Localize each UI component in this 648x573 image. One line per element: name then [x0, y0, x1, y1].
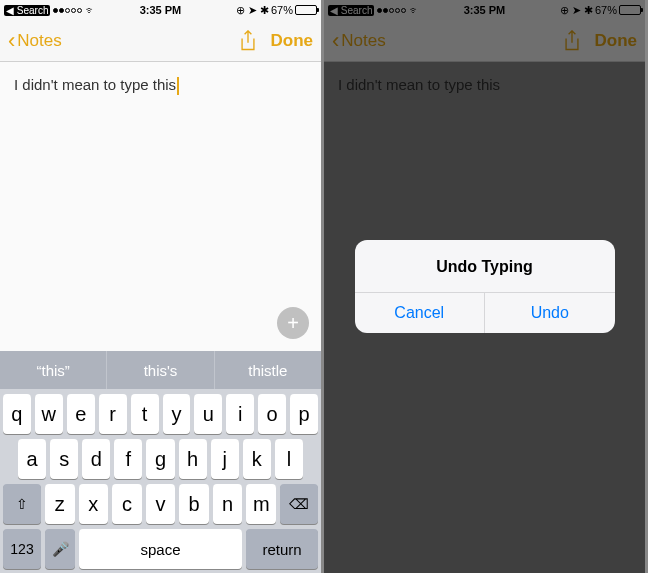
- key-row-1: q w e r t y u i o p: [0, 389, 321, 434]
- done-button[interactable]: Done: [271, 31, 314, 51]
- key-m[interactable]: m: [246, 484, 276, 524]
- key-t[interactable]: t: [131, 394, 159, 434]
- undo-alert: Undo Typing Cancel Undo: [355, 240, 615, 333]
- undo-button[interactable]: Undo: [485, 293, 615, 333]
- phone-left: ◀ Search ᯤ 3:35 PM ⊕ ➤ ✱ 67% ‹ Notes Don…: [0, 0, 324, 573]
- key-v[interactable]: v: [146, 484, 176, 524]
- key-return[interactable]: return: [246, 529, 318, 569]
- key-y[interactable]: y: [163, 394, 191, 434]
- key-backspace[interactable]: ⌫: [280, 484, 318, 524]
- key-d[interactable]: d: [82, 439, 110, 479]
- back-label: Notes: [17, 31, 61, 51]
- note-editor[interactable]: I didn't mean to type this +: [0, 62, 321, 351]
- status-indicators: ⊕ ➤ ✱: [236, 4, 269, 17]
- key-g[interactable]: g: [146, 439, 174, 479]
- key-f[interactable]: f: [114, 439, 142, 479]
- key-mic[interactable]: 🎤: [45, 529, 75, 569]
- text-cursor: [177, 77, 179, 95]
- battery-icon: [295, 5, 317, 15]
- key-n[interactable]: n: [213, 484, 243, 524]
- key-r[interactable]: r: [99, 394, 127, 434]
- key-l[interactable]: l: [275, 439, 303, 479]
- key-e[interactable]: e: [67, 394, 95, 434]
- phone-right: ◀ Search ᯤ 3:35 PM ⊕ ➤ ✱ 67% ‹ Notes Don…: [324, 0, 648, 573]
- chevron-left-icon: ‹: [8, 28, 15, 54]
- wifi-icon: ᯤ: [85, 4, 96, 16]
- key-h[interactable]: h: [179, 439, 207, 479]
- key-row-4: 123 🎤 space return: [0, 524, 321, 569]
- back-button[interactable]: ‹ Notes: [8, 28, 62, 54]
- signal-dots: [53, 8, 82, 13]
- key-shift[interactable]: ⇧: [3, 484, 41, 524]
- key-b[interactable]: b: [179, 484, 209, 524]
- keyboard: “this” this's thistle q w e r t y u i o …: [0, 351, 321, 573]
- suggestion-2[interactable]: this's: [107, 351, 214, 389]
- add-attachment-button[interactable]: +: [277, 307, 309, 339]
- share-icon[interactable]: [239, 30, 257, 52]
- key-i[interactable]: i: [226, 394, 254, 434]
- status-bar: ◀ Search ᯤ 3:35 PM ⊕ ➤ ✱ 67%: [0, 0, 321, 20]
- key-row-2: a s d f g h j k l: [0, 434, 321, 479]
- key-x[interactable]: x: [79, 484, 109, 524]
- suggestion-3[interactable]: thistle: [215, 351, 321, 389]
- suggestion-bar: “this” this's thistle: [0, 351, 321, 389]
- key-p[interactable]: p: [290, 394, 318, 434]
- key-q[interactable]: q: [3, 394, 31, 434]
- nav-bar: ‹ Notes Done: [0, 20, 321, 62]
- key-c[interactable]: c: [112, 484, 142, 524]
- key-row-3: ⇧ z x c v b n m ⌫: [0, 479, 321, 524]
- note-text: I didn't mean to type this: [14, 76, 176, 93]
- status-time: 3:35 PM: [140, 4, 182, 16]
- key-o[interactable]: o: [258, 394, 286, 434]
- key-w[interactable]: w: [35, 394, 63, 434]
- alert-title: Undo Typing: [355, 240, 615, 292]
- key-numbers[interactable]: 123: [3, 529, 41, 569]
- key-a[interactable]: a: [18, 439, 46, 479]
- battery-pct: 67%: [271, 4, 293, 16]
- key-space[interactable]: space: [79, 529, 242, 569]
- suggestion-1[interactable]: “this”: [0, 351, 107, 389]
- key-z[interactable]: z: [45, 484, 75, 524]
- modal-overlay: Undo Typing Cancel Undo: [324, 0, 645, 573]
- key-s[interactable]: s: [50, 439, 78, 479]
- key-k[interactable]: k: [243, 439, 271, 479]
- cancel-button[interactable]: Cancel: [355, 293, 486, 333]
- mic-icon: 🎤: [52, 541, 69, 557]
- key-j[interactable]: j: [211, 439, 239, 479]
- key-u[interactable]: u: [194, 394, 222, 434]
- back-to-app[interactable]: ◀ Search: [4, 5, 50, 16]
